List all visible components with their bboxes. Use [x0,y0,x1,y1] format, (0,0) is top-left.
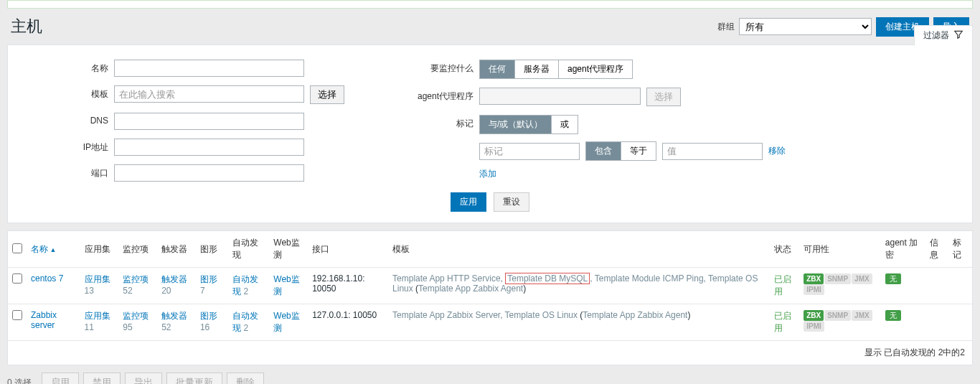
col-items: 监控项 [118,231,157,268]
row-checkbox[interactable] [12,310,22,320]
col-apps: 应用集 [80,231,119,268]
bulk-massupdate-button[interactable]: 批量更新 [166,373,222,384]
table-row: Zabbix server 应用集 11 监控项 95 触发器 52 图形 16… [8,304,972,341]
tag-value-input[interactable] [662,143,763,160]
status-link[interactable]: 已启用 [774,274,791,296]
col-name[interactable]: 名称 [31,244,56,254]
snmp-badge: SNMP [824,273,851,284]
jmx-badge: JMX [852,273,872,284]
tag-contains-button[interactable]: 包含 [586,142,621,160]
agent-proxy-label: agent代理程序 [402,88,473,103]
apps-link[interactable]: 应用集 [85,311,110,321]
filter-tab-label: 过滤器 [923,29,949,42]
graphs-link[interactable]: 图形 [200,274,217,284]
apply-button[interactable]: 应用 [451,192,486,212]
tag-mode-group: 与/或（默认） 或 [479,115,578,134]
interface-cell: 127.0.0.1: 10050 [308,304,388,341]
status-link[interactable]: 已启用 [774,311,791,333]
triggers-link[interactable]: 触发器 [161,311,187,321]
host-name-link[interactable]: centos 7 [31,273,63,284]
availability-cell: ZBXSNMPJMXIPMI [799,304,881,341]
snmp-badge: SNMP [824,310,851,321]
template-input[interactable] [114,85,304,103]
ip-label: IP地址 [37,139,108,154]
selected-count: 0 选择 [7,377,32,385]
encrypt-badge: 无 [885,273,901,284]
items-link[interactable]: 监控项 [123,274,149,284]
jmx-badge: JMX [852,310,872,321]
reset-button[interactable]: 重设 [494,192,529,212]
monitored-server-button[interactable]: 服务器 [515,60,559,78]
ip-input[interactable] [114,139,304,156]
monitored-proxy-button[interactable]: agent代理程序 [559,60,632,78]
col-web: Web监测 [269,231,308,268]
bulk-enable-button[interactable]: 启用 [42,373,79,384]
templates-cell: Template App HTTP Service, Template DB M… [388,268,770,304]
col-encrypt: agent 加密 [881,231,925,268]
availability-cell: ZBXSNMPJMXIPMI [799,268,881,304]
group-select[interactable]: 所有 [739,18,872,35]
col-tags: 标记 [948,231,972,268]
tag-op-group: 包含 等于 [585,141,656,161]
tag-equals-button[interactable]: 等于 [621,142,656,160]
dns-input[interactable] [114,113,304,130]
interface-cell: 192.168.1.10: 10050 [308,268,388,304]
name-input[interactable] [114,60,304,77]
template-label: 模板 [37,85,108,100]
port-input[interactable] [114,164,304,182]
template-select-button[interactable]: 选择 [310,85,344,104]
tag-mode-or-button[interactable]: 或 [552,116,578,134]
items-link[interactable]: 监控项 [123,311,149,321]
ipmi-badge: IPMI [804,284,824,295]
tag-name-input[interactable] [479,143,580,160]
filter-tab[interactable]: 过滤器 [914,25,973,46]
triggers-link[interactable]: 触发器 [161,274,187,284]
encrypt-badge: 无 [885,310,901,321]
bulk-actions: 0 选择 启用 禁用 导出 批量更新 删除 [0,365,980,384]
web-link[interactable]: Web监测 [273,274,299,296]
web-link[interactable]: Web监测 [273,311,299,333]
monitored-label: 要监控什么 [402,60,473,75]
table-footer: 显示 已自动发现的 2中的2 [8,341,972,365]
template-link: Template App Zabbix Server, Template OS … [392,310,578,320]
col-discovery: 自动发现 [228,231,269,268]
templates-cell: Template App Zabbix Server, Template OS … [388,304,770,341]
bulk-disable-button[interactable]: 禁用 [83,373,121,384]
tag-remove-link[interactable]: 移除 [768,145,786,157]
page-header: 主机 群组 所有 创建主机 导入 [0,12,980,45]
col-triggers: 触发器 [157,231,196,268]
zbx-badge: ZBX [804,310,824,321]
col-templates: 模板 [388,231,770,268]
agent-proxy-input [479,88,641,105]
tags-label: 标记 [402,115,473,130]
group-label: 群组 [717,21,735,33]
monitored-radio-group: 任何 服务器 agent代理程序 [479,60,633,79]
tag-add-link[interactable]: 添加 [479,169,496,179]
hosts-table-wrap: 名称 应用集 监控项 触发器 图形 自动发现 Web监测 接口 模板 状态 可用… [7,230,973,365]
filter-icon [953,29,963,42]
table-row: centos 7 应用集 13 监控项 52 触发器 20 图形 7 自动发现 … [8,268,972,304]
bulk-delete-button[interactable]: 删除 [227,373,264,384]
dns-label: DNS [37,113,108,126]
highlighted-template[interactable]: Template DB MySQL [505,273,590,284]
filter-form: 名称 模板 选择 DNS IP地址 端口 要 [8,45,972,192]
col-status: 状态 [770,231,799,268]
zbx-badge: ZBX [804,273,824,284]
col-info: 信息 [925,231,949,268]
row-checkbox[interactable] [12,273,22,284]
success-banner [7,0,973,9]
name-label: 名称 [37,60,108,75]
page-title: 主机 [11,16,42,37]
tag-mode-andor-button[interactable]: 与/或（默认） [480,116,552,134]
graphs-link[interactable]: 图形 [200,311,217,321]
select-all-checkbox[interactable] [12,243,22,253]
apps-link[interactable]: 应用集 [85,274,110,284]
monitored-any-button[interactable]: 任何 [480,60,515,78]
filter-panel: 过滤器 名称 模板 选择 DNS IP地址 [7,45,973,223]
ipmi-badge: IPMI [804,321,824,332]
bulk-export-button[interactable]: 导出 [125,373,162,384]
host-name-link[interactable]: Zabbix server [31,310,57,330]
hosts-table: 名称 应用集 监控项 触发器 图形 自动发现 Web监测 接口 模板 状态 可用… [8,231,972,341]
col-availability: 可用性 [799,231,881,268]
col-interface: 接口 [308,231,388,268]
